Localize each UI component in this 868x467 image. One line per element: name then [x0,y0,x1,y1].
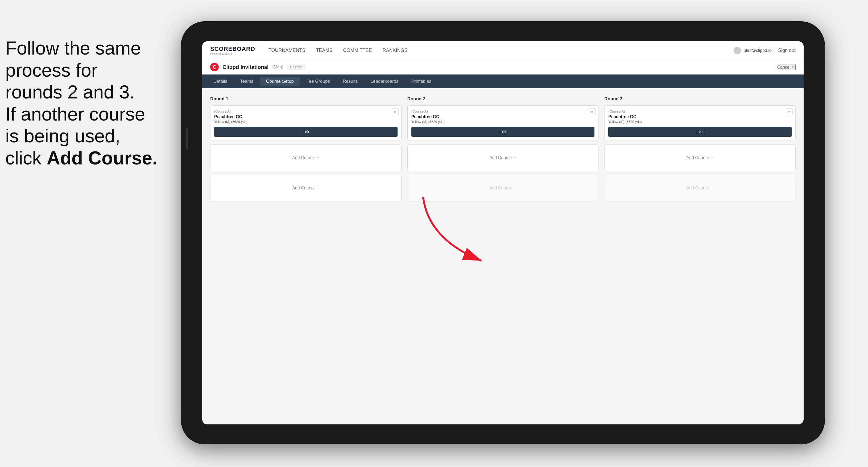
nav-separator: | [774,48,775,53]
tab-teams[interactable]: Teams [234,76,259,86]
user-avatar [734,47,741,54]
round-2-label: Round 2 [407,96,599,102]
instruction-line2: process for [5,60,97,81]
round-1-course-tag: (Course A) [214,110,398,113]
tab-course-setup[interactable]: Course Setup [260,76,300,86]
round-3-course-tee: Yellow (M) (6629 yds) [608,120,792,124]
nav-teams[interactable]: TEAMS [316,48,333,53]
round-3-course-card: ○ (Course A) Peachtree GC Yellow (M) (66… [604,105,796,141]
sign-out-link[interactable]: Sign out [778,48,796,53]
round-2-edit-button[interactable]: Edit [411,127,595,137]
round-3-add-course-1[interactable]: Add Course + [604,145,796,171]
round-2-add-course-2: Add Course + [407,175,599,201]
tournament-title: Clippd Invitational [222,64,269,70]
round-1-course-tee: Yellow (M) (6629 yds) [214,120,398,124]
clippd-logo: C [210,63,219,71]
round-2-delete-icon[interactable]: ○ [589,108,595,115]
round-3-label: Round 3 [604,96,796,102]
round-2-add-course-2-plus: + [513,185,517,191]
cancel-button[interactable]: Cancel ✕ [777,64,796,70]
round-2-course-tag: (Course A) [411,110,595,113]
round-1-course-card: ○ (Course A) Peachtree GC Yellow (M) (66… [210,105,402,141]
round-3-add-course-1-plus: + [710,155,714,161]
round-3-add-course-1-label: Add Course [686,155,709,160]
round-1-add-course-1[interactable]: Add Course + [210,145,402,171]
tab-leaderboards[interactable]: Leaderboards [365,76,404,86]
main-content: Round 1 ○ (Course A) Peachtree GC Yellow… [202,88,804,425]
nav-tournaments[interactable]: TOURNAMENTS [269,48,306,53]
logo-main: SCOREBOARD [210,45,255,53]
round-1-add-course-2[interactable]: Add Course + [210,175,402,201]
round-1-course-name: Peachtree GC [214,115,398,119]
rounds-grid: Round 1 ○ (Course A) Peachtree GC Yellow… [210,96,796,205]
user-email: blair@clippd.io [744,48,772,53]
round-2-course-name: Peachtree GC [411,115,595,119]
logo-sub: Powered by clippd [210,53,255,55]
round-3-column: Round 3 ○ (Course A) Peachtree GC Yellow… [604,96,796,205]
round-2-column: Round 2 ○ (Course A) Peachtree GC Yellow… [407,96,599,205]
tablet-screen: SCOREBOARD Powered by clippd TOURNAMENTS… [202,41,804,425]
round-1-delete-icon[interactable]: ○ [392,108,399,115]
nav-links: TOURNAMENTS TEAMS COMMITTEE RANKINGS [269,48,734,53]
tab-results[interactable]: Results [337,76,364,86]
round-2-add-course-2-label: Add Course [489,186,512,190]
top-nav: SCOREBOARD Powered by clippd TOURNAMENTS… [202,41,804,60]
instruction-line1: Follow the same [5,38,141,59]
round-3-add-course-2: Add Course + [604,175,796,201]
round-3-add-course-2-plus: + [710,185,714,191]
round-2-add-course-1[interactable]: Add Course + [407,145,599,171]
round-1-add-course-1-label: Add Course [292,155,315,160]
instruction-line4: If another course [5,104,145,125]
sub-header-left: C Clippd Invitational (Men) Hosting [210,63,305,71]
round-1-column: Round 1 ○ (Course A) Peachtree GC Yellow… [210,96,402,205]
tournament-gender: (Men) [272,65,283,69]
round-3-course-tag: (Course A) [608,110,792,113]
round-2-course-tee: Yellow (M) (6629 yds) [411,120,595,124]
instruction-text: Follow the same process for rounds 2 and… [5,37,192,169]
hosting-badge: Hosting [287,64,305,70]
round-3-add-course-2-label: Add Course [686,186,709,190]
round-3-delete-icon[interactable]: ○ [786,108,793,115]
round-1-add-course-2-plus: + [316,185,319,191]
round-1-label: Round 1 [210,96,402,102]
instruction-panel: Follow the same process for rounds 2 and… [5,37,192,169]
scoreboard-logo: SCOREBOARD Powered by clippd [210,45,255,55]
round-3-course-name: Peachtree GC [608,115,792,119]
instruction-line6-prefix: click [5,148,47,168]
round-2-add-course-1-plus: + [513,155,517,161]
instruction-line5: is being used, [5,126,120,146]
nav-rankings[interactable]: RANKINGS [383,48,408,53]
instruction-line3: rounds 2 and 3. [5,82,135,102]
round-1-edit-button[interactable]: Edit [214,127,398,137]
nav-right: blair@clippd.io | Sign out [734,47,796,54]
sub-header: C Clippd Invitational (Men) Hosting Canc… [202,60,804,74]
round-1-add-course-2-label: Add Course [292,186,315,190]
round-2-add-course-1-label: Add Course [489,155,512,160]
tabs-row: Details Teams Course Setup Tee Groups Re… [202,74,804,88]
tab-tee-groups[interactable]: Tee Groups [301,76,336,86]
round-3-edit-button[interactable]: Edit [608,127,792,137]
round-2-course-card: ○ (Course A) Peachtree GC Yellow (M) (66… [407,105,599,141]
tablet-side-button [186,128,188,149]
instruction-line6-bold: Add Course. [47,148,158,168]
tablet-frame: SCOREBOARD Powered by clippd TOURNAMENTS… [181,21,825,444]
tab-details[interactable]: Details [208,76,233,86]
nav-committee[interactable]: COMMITTEE [343,48,372,53]
tab-printables[interactable]: Printables [406,76,437,86]
round-1-add-course-1-plus: + [316,155,319,161]
